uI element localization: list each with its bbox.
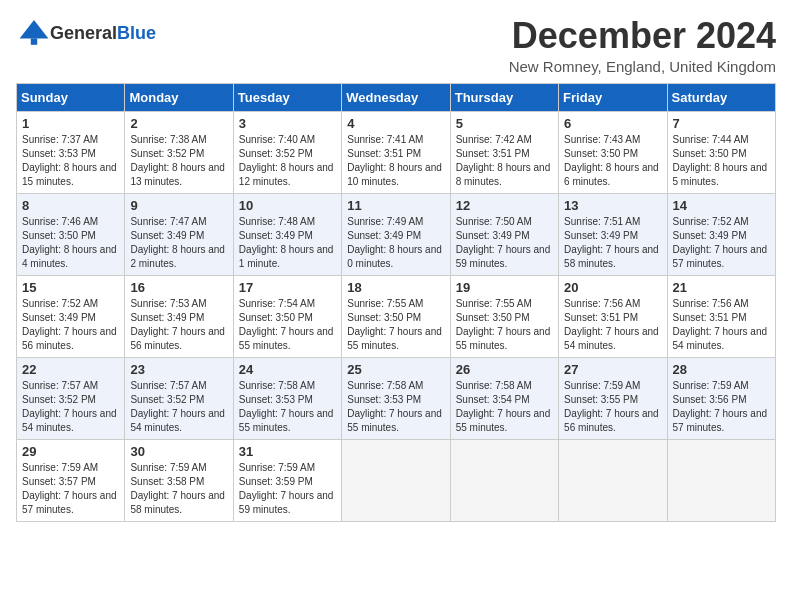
day-info: Sunrise: 7:50 AM Sunset: 3:49 PM Dayligh…: [456, 215, 553, 271]
calendar-cell: 16 Sunrise: 7:53 AM Sunset: 3:49 PM Dayl…: [125, 275, 233, 357]
calendar-cell: 17 Sunrise: 7:54 AM Sunset: 3:50 PM Dayl…: [233, 275, 341, 357]
calendar-cell: 12 Sunrise: 7:50 AM Sunset: 3:49 PM Dayl…: [450, 193, 558, 275]
day-number: 25: [347, 362, 444, 377]
day-number: 1: [22, 116, 119, 131]
day-info: Sunrise: 7:47 AM Sunset: 3:49 PM Dayligh…: [130, 215, 227, 271]
day-info: Sunrise: 7:56 AM Sunset: 3:51 PM Dayligh…: [673, 297, 770, 353]
day-info: Sunrise: 7:58 AM Sunset: 3:53 PM Dayligh…: [347, 379, 444, 435]
calendar-header-row: SundayMondayTuesdayWednesdayThursdayFrid…: [17, 83, 776, 111]
day-info: Sunrise: 7:49 AM Sunset: 3:49 PM Dayligh…: [347, 215, 444, 271]
calendar-cell: 8 Sunrise: 7:46 AM Sunset: 3:50 PM Dayli…: [17, 193, 125, 275]
logo: GeneralBlue: [16, 16, 156, 52]
day-number: 10: [239, 198, 336, 213]
calendar-cell: [559, 439, 667, 521]
calendar-table: SundayMondayTuesdayWednesdayThursdayFrid…: [16, 83, 776, 522]
day-info: Sunrise: 7:40 AM Sunset: 3:52 PM Dayligh…: [239, 133, 336, 189]
calendar-subtitle: New Romney, England, United Kingdom: [509, 58, 776, 75]
day-number: 17: [239, 280, 336, 295]
calendar-cell: [667, 439, 775, 521]
day-number: 18: [347, 280, 444, 295]
day-number: 19: [456, 280, 553, 295]
column-header-saturday: Saturday: [667, 83, 775, 111]
day-number: 24: [239, 362, 336, 377]
calendar-cell: 6 Sunrise: 7:43 AM Sunset: 3:50 PM Dayli…: [559, 111, 667, 193]
calendar-cell: 27 Sunrise: 7:59 AM Sunset: 3:55 PM Dayl…: [559, 357, 667, 439]
day-info: Sunrise: 7:48 AM Sunset: 3:49 PM Dayligh…: [239, 215, 336, 271]
calendar-cell: 2 Sunrise: 7:38 AM Sunset: 3:52 PM Dayli…: [125, 111, 233, 193]
day-number: 28: [673, 362, 770, 377]
day-info: Sunrise: 7:52 AM Sunset: 3:49 PM Dayligh…: [673, 215, 770, 271]
calendar-cell: 20 Sunrise: 7:56 AM Sunset: 3:51 PM Dayl…: [559, 275, 667, 357]
day-info: Sunrise: 7:44 AM Sunset: 3:50 PM Dayligh…: [673, 133, 770, 189]
calendar-cell: 21 Sunrise: 7:56 AM Sunset: 3:51 PM Dayl…: [667, 275, 775, 357]
day-info: Sunrise: 7:46 AM Sunset: 3:50 PM Dayligh…: [22, 215, 119, 271]
day-number: 20: [564, 280, 661, 295]
day-number: 8: [22, 198, 119, 213]
calendar-week-row: 22 Sunrise: 7:57 AM Sunset: 3:52 PM Dayl…: [17, 357, 776, 439]
day-number: 13: [564, 198, 661, 213]
calendar-week-row: 8 Sunrise: 7:46 AM Sunset: 3:50 PM Dayli…: [17, 193, 776, 275]
day-number: 2: [130, 116, 227, 131]
calendar-cell: 1 Sunrise: 7:37 AM Sunset: 3:53 PM Dayli…: [17, 111, 125, 193]
day-info: Sunrise: 7:59 AM Sunset: 3:55 PM Dayligh…: [564, 379, 661, 435]
day-info: Sunrise: 7:57 AM Sunset: 3:52 PM Dayligh…: [22, 379, 119, 435]
day-number: 21: [673, 280, 770, 295]
calendar-week-row: 29 Sunrise: 7:59 AM Sunset: 3:57 PM Dayl…: [17, 439, 776, 521]
calendar-cell: 7 Sunrise: 7:44 AM Sunset: 3:50 PM Dayli…: [667, 111, 775, 193]
calendar-cell: 5 Sunrise: 7:42 AM Sunset: 3:51 PM Dayli…: [450, 111, 558, 193]
day-number: 7: [673, 116, 770, 131]
day-info: Sunrise: 7:41 AM Sunset: 3:51 PM Dayligh…: [347, 133, 444, 189]
calendar-cell: 4 Sunrise: 7:41 AM Sunset: 3:51 PM Dayli…: [342, 111, 450, 193]
day-number: 3: [239, 116, 336, 131]
day-info: Sunrise: 7:51 AM Sunset: 3:49 PM Dayligh…: [564, 215, 661, 271]
day-info: Sunrise: 7:37 AM Sunset: 3:53 PM Dayligh…: [22, 133, 119, 189]
calendar-week-row: 1 Sunrise: 7:37 AM Sunset: 3:53 PM Dayli…: [17, 111, 776, 193]
calendar-cell: 22 Sunrise: 7:57 AM Sunset: 3:52 PM Dayl…: [17, 357, 125, 439]
day-number: 14: [673, 198, 770, 213]
calendar-cell: 11 Sunrise: 7:49 AM Sunset: 3:49 PM Dayl…: [342, 193, 450, 275]
column-header-sunday: Sunday: [17, 83, 125, 111]
calendar-cell: 19 Sunrise: 7:55 AM Sunset: 3:50 PM Dayl…: [450, 275, 558, 357]
day-number: 12: [456, 198, 553, 213]
column-header-wednesday: Wednesday: [342, 83, 450, 111]
column-header-monday: Monday: [125, 83, 233, 111]
logo-icon: [18, 16, 50, 48]
day-number: 22: [22, 362, 119, 377]
day-number: 11: [347, 198, 444, 213]
day-number: 16: [130, 280, 227, 295]
column-header-tuesday: Tuesday: [233, 83, 341, 111]
day-info: Sunrise: 7:52 AM Sunset: 3:49 PM Dayligh…: [22, 297, 119, 353]
calendar-cell: 14 Sunrise: 7:52 AM Sunset: 3:49 PM Dayl…: [667, 193, 775, 275]
calendar-cell: 30 Sunrise: 7:59 AM Sunset: 3:58 PM Dayl…: [125, 439, 233, 521]
calendar-cell: 31 Sunrise: 7:59 AM Sunset: 3:59 PM Dayl…: [233, 439, 341, 521]
day-info: Sunrise: 7:56 AM Sunset: 3:51 PM Dayligh…: [564, 297, 661, 353]
day-number: 6: [564, 116, 661, 131]
column-header-friday: Friday: [559, 83, 667, 111]
day-number: 26: [456, 362, 553, 377]
calendar-cell: 23 Sunrise: 7:57 AM Sunset: 3:52 PM Dayl…: [125, 357, 233, 439]
day-number: 23: [130, 362, 227, 377]
day-info: Sunrise: 7:53 AM Sunset: 3:49 PM Dayligh…: [130, 297, 227, 353]
column-header-thursday: Thursday: [450, 83, 558, 111]
day-number: 4: [347, 116, 444, 131]
day-number: 29: [22, 444, 119, 459]
day-number: 27: [564, 362, 661, 377]
page-header: GeneralBlue December 2024 New Romney, En…: [16, 16, 776, 75]
day-info: Sunrise: 7:59 AM Sunset: 3:59 PM Dayligh…: [239, 461, 336, 517]
day-info: Sunrise: 7:58 AM Sunset: 3:54 PM Dayligh…: [456, 379, 553, 435]
svg-rect-1: [31, 38, 37, 44]
day-info: Sunrise: 7:59 AM Sunset: 3:58 PM Dayligh…: [130, 461, 227, 517]
day-info: Sunrise: 7:43 AM Sunset: 3:50 PM Dayligh…: [564, 133, 661, 189]
day-number: 9: [130, 198, 227, 213]
day-info: Sunrise: 7:55 AM Sunset: 3:50 PM Dayligh…: [456, 297, 553, 353]
day-number: 15: [22, 280, 119, 295]
day-info: Sunrise: 7:54 AM Sunset: 3:50 PM Dayligh…: [239, 297, 336, 353]
calendar-cell: 9 Sunrise: 7:47 AM Sunset: 3:49 PM Dayli…: [125, 193, 233, 275]
day-info: Sunrise: 7:42 AM Sunset: 3:51 PM Dayligh…: [456, 133, 553, 189]
calendar-cell: [450, 439, 558, 521]
day-info: Sunrise: 7:59 AM Sunset: 3:56 PM Dayligh…: [673, 379, 770, 435]
calendar-cell: 15 Sunrise: 7:52 AM Sunset: 3:49 PM Dayl…: [17, 275, 125, 357]
calendar-cell: [342, 439, 450, 521]
day-info: Sunrise: 7:55 AM Sunset: 3:50 PM Dayligh…: [347, 297, 444, 353]
svg-marker-0: [20, 20, 49, 38]
